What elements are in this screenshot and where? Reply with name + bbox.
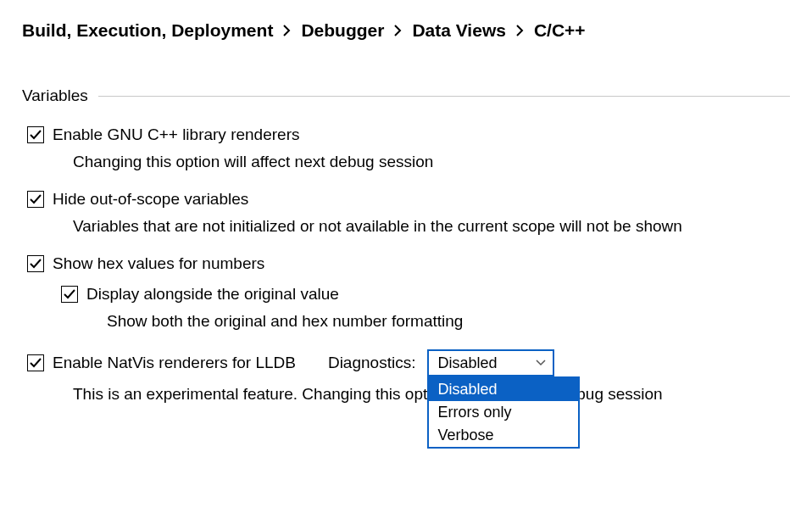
diagnostics-value: Disabled <box>437 354 497 372</box>
option-label: Show hex values for numbers <box>53 254 264 273</box>
section-header-variables: Variables <box>22 86 790 105</box>
option-label: Display alongside the original value <box>86 285 339 304</box>
breadcrumb-item-bed[interactable]: Build, Execution, Deployment <box>22 20 273 41</box>
option-display-alongside[interactable]: Display alongside the original value <box>61 285 790 304</box>
chevron-right-icon <box>394 25 402 36</box>
chevron-right-icon <box>283 25 291 36</box>
checkbox-hide-oos[interactable] <box>27 191 44 208</box>
hint-hide-oos: Variables that are not initialized or no… <box>73 217 790 236</box>
diagnostics-label: Diagnostics: <box>328 354 416 372</box>
checkbox-show-hex[interactable] <box>27 255 44 272</box>
dropdown-item-disabled[interactable]: Disabled <box>429 378 578 401</box>
checkbox-display-alongside[interactable] <box>61 286 78 303</box>
diagnostics-field: Diagnostics: Disabled Disabled Errors on… <box>328 349 555 376</box>
option-gnu-renderers[interactable]: Enable GNU C++ library renderers <box>27 125 790 144</box>
chevron-down-icon <box>536 360 546 366</box>
hint-display-alongside: Show both the original and hex number fo… <box>107 312 790 331</box>
dropdown-item-errors-only[interactable]: Errors only <box>429 401 578 424</box>
breadcrumb: Build, Execution, Deployment Debugger Da… <box>22 20 790 41</box>
option-label: Enable GNU C++ library renderers <box>53 125 299 144</box>
breadcrumb-item-cpp: C/C++ <box>534 20 586 41</box>
breadcrumb-item-data-views[interactable]: Data Views <box>412 20 506 41</box>
option-show-hex[interactable]: Show hex values for numbers <box>27 254 790 273</box>
option-natvis: Enable NatVis renderers for LLDB Diagnos… <box>27 349 790 376</box>
breadcrumb-item-debugger[interactable]: Debugger <box>301 20 384 41</box>
diagnostics-select[interactable]: Disabled Disabled Errors only Verbose <box>427 349 554 376</box>
checkbox-gnu-renderers[interactable] <box>27 126 44 143</box>
hint-gnu-renderers: Changing this option will affect next de… <box>73 153 790 171</box>
option-hide-oos[interactable]: Hide out-of-scope variables <box>27 190 790 209</box>
option-label[interactable]: Enable NatVis renderers for LLDB <box>53 354 296 372</box>
chevron-right-icon <box>516 25 524 36</box>
variables-options: Enable GNU C++ library renderers Changin… <box>22 125 790 404</box>
checkbox-natvis[interactable] <box>27 354 44 371</box>
diagnostics-dropdown: Disabled Errors only Verbose <box>427 376 580 449</box>
option-label: Hide out-of-scope variables <box>53 190 248 209</box>
divider <box>98 96 790 97</box>
dropdown-item-verbose[interactable]: Verbose <box>429 424 578 447</box>
section-title: Variables <box>22 86 98 105</box>
